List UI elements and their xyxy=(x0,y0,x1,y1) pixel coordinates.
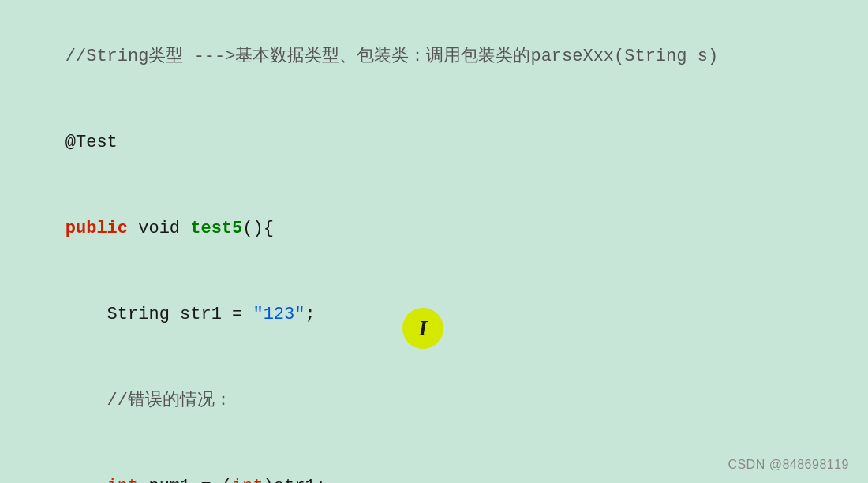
int-cast-underline: int xyxy=(232,477,264,483)
keyword-public: public xyxy=(65,219,128,238)
code-line-5: //错误的情况： xyxy=(24,358,844,444)
code-line-3: public void test5(){ xyxy=(24,186,844,272)
str1-semi-6: )str1; xyxy=(264,477,326,483)
comment-error: //错误的情况： xyxy=(65,391,232,410)
code-line-6: int num1 = (int)str1; xyxy=(24,444,844,483)
cursor-symbol: I xyxy=(419,316,428,341)
paren-open: (){ xyxy=(242,219,274,238)
num1-text: num1 = ( xyxy=(138,477,232,483)
code-line-1: //String类型 --->基本数据类型、包装类：调用包装类的parseXxx… xyxy=(24,14,844,100)
cursor-indicator: I xyxy=(402,308,443,349)
method-test5: test5 xyxy=(190,219,242,238)
annotation-test: @Test xyxy=(65,133,118,152)
code-container: //String类型 --->基本数据类型、包装类：调用包装类的parseXxx… xyxy=(0,0,868,483)
semi-4: ; xyxy=(305,305,315,324)
indent-4: String str1 = xyxy=(65,305,253,324)
watermark: CSDN @848698119 xyxy=(728,458,849,472)
comment-text-1: //String类型 --->基本数据类型、包装类：调用包装类的parseXxx… xyxy=(65,47,718,66)
int-keyword-underline: int xyxy=(107,477,139,483)
string-123: "123" xyxy=(253,305,305,324)
indent-6 xyxy=(65,477,107,483)
code-line-2: @Test xyxy=(24,100,844,186)
void-text: void xyxy=(128,219,190,238)
